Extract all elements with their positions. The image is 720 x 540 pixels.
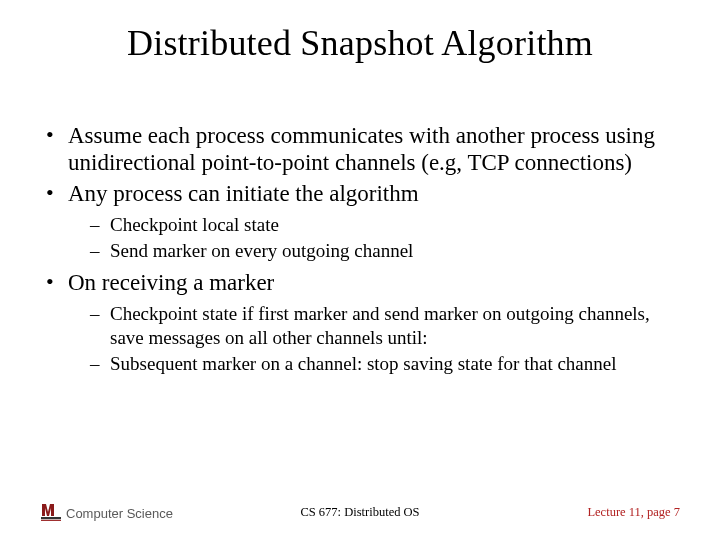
bullet-item: Assume each process communicates with an… bbox=[40, 122, 680, 176]
sub-bullet-item: Checkpoint state if first marker and sen… bbox=[90, 302, 680, 350]
bullet-list: Assume each process communicates with an… bbox=[40, 122, 680, 375]
sub-bullet-item: Subsequent marker on a channel: stop sav… bbox=[90, 352, 680, 376]
bullet-item: On receiving a marker Checkpoint state i… bbox=[40, 269, 680, 375]
bullet-text: Any process can initiate the algorithm bbox=[68, 181, 419, 206]
footer-page: Lecture 11, page 7 bbox=[587, 505, 680, 520]
slide: Distributed Snapshot Algorithm Assume ea… bbox=[0, 0, 720, 540]
bullet-item: Any process can initiate the algorithm C… bbox=[40, 180, 680, 263]
sub-bullet-item: Send marker on every outgoing channel bbox=[90, 239, 680, 263]
sub-bullet-item: Checkpoint local state bbox=[90, 213, 680, 237]
slide-title: Distributed Snapshot Algorithm bbox=[40, 22, 680, 64]
slide-footer: Computer Science CS 677: Distributed OS … bbox=[0, 498, 720, 522]
bullet-text: On receiving a marker bbox=[68, 270, 274, 295]
sub-bullet-list: Checkpoint local state Send marker on ev… bbox=[68, 213, 680, 263]
sub-bullet-list: Checkpoint state if first marker and sen… bbox=[68, 302, 680, 375]
